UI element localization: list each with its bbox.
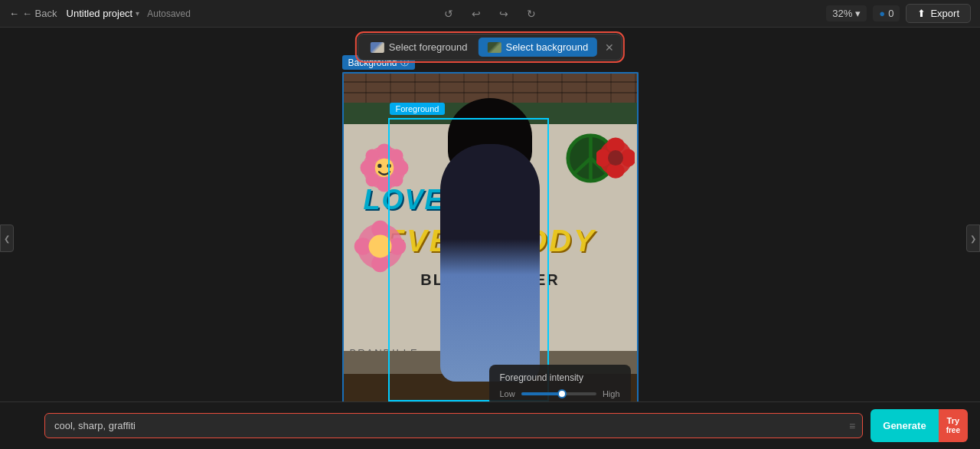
left-chevron-icon: ❮: [4, 234, 10, 243]
select-background-button[interactable]: Select background: [478, 38, 597, 57]
generate-label: Generate: [883, 420, 926, 431]
intensity-low-label: Low: [500, 389, 515, 398]
canvas-area: ❮ Background ⓘ LOVE EVERYBODY BLACK MA: [0, 28, 980, 449]
select-foreground-label: Select foreground: [389, 41, 468, 53]
intensity-slider-thumb[interactable]: [557, 389, 567, 398]
export-icon: ⬆: [917, 8, 926, 19]
back-label: ← Back: [22, 8, 57, 19]
generate-button-group: Generate Try free: [871, 409, 968, 442]
project-name-text: Untitled project: [67, 8, 133, 19]
close-icon: ✕: [605, 41, 614, 54]
prompt-input[interactable]: [44, 413, 863, 438]
prompt-settings-icon[interactable]: ≡: [849, 420, 855, 432]
top-bar-right: 32% ▾ ● 0 ⬆ Export: [826, 4, 971, 23]
intensity-title: Foreground intensity: [500, 372, 620, 383]
intensity-panel: Foreground intensity Low High: [489, 365, 631, 406]
top-bar-center-controls: ↺ ↩ ↪ ↻: [438, 3, 542, 25]
intensity-slider-fill: [521, 392, 559, 395]
export-label: Export: [930, 8, 959, 19]
undo-button[interactable]: ↩: [466, 3, 487, 25]
svg-point-8: [365, 173, 379, 187]
try-free-button[interactable]: Try free: [939, 409, 968, 442]
top-bar: ← ← Back Untitled project ▾ Autosaved ↺ …: [0, 0, 980, 28]
generate-button[interactable]: Generate: [871, 409, 938, 442]
select-foreground-button[interactable]: Select foreground: [361, 38, 477, 57]
free-label: free: [946, 426, 960, 435]
project-chevron-icon: ▾: [136, 9, 139, 18]
select-background-label: Select background: [505, 41, 588, 53]
prompt-wrapper: ≡: [44, 413, 863, 438]
person-subject: [440, 144, 540, 382]
pink-flower-bottom-decoration: [351, 218, 409, 275]
back-button[interactable]: ← ← Back: [9, 8, 57, 19]
right-chevron-icon: ❯: [970, 234, 976, 243]
project-name[interactable]: Untitled project ▾: [67, 8, 140, 19]
background-icon: [487, 42, 501, 53]
svg-point-6: [365, 149, 379, 163]
export-button[interactable]: ⬆ Export: [906, 4, 971, 23]
redo-button[interactable]: ↪: [493, 3, 514, 25]
zoom-chevron-icon: ▾: [855, 8, 861, 19]
svg-point-29: [368, 235, 391, 258]
right-panel-toggle[interactable]: ❯: [966, 224, 980, 252]
toolbar-close-button[interactable]: ✕: [600, 38, 619, 57]
intensity-slider[interactable]: [521, 392, 596, 395]
foreground-icon: [371, 42, 384, 53]
history-icon[interactable]: ↺: [438, 3, 459, 25]
autosaved-label: Autosaved: [147, 8, 191, 19]
zoom-level: 32%: [832, 8, 852, 19]
svg-point-23: [608, 150, 623, 166]
selection-toolbar: Select foreground Select background ✕: [358, 34, 622, 61]
intensity-high-label: High: [603, 389, 620, 398]
zoom-control[interactable]: 32% ▾: [826, 5, 867, 21]
person-body: [440, 144, 540, 382]
refresh-button[interactable]: ↻: [521, 3, 542, 25]
user-badge[interactable]: ● 0: [873, 5, 900, 21]
bottom-bar: ≡ Generate Try free: [0, 401, 980, 449]
left-panel-toggle[interactable]: ❮: [0, 224, 14, 252]
svg-point-12: [387, 164, 390, 168]
pink-flower-left-decoration: [358, 141, 411, 195]
try-label: Try: [947, 416, 960, 426]
intensity-slider-row: Low High: [500, 389, 620, 398]
svg-point-7: [390, 149, 403, 163]
red-flower-decoration: [596, 137, 635, 179]
svg-point-11: [377, 164, 381, 168]
back-arrow-icon: ←: [9, 8, 19, 19]
svg-point-9: [390, 173, 403, 187]
user-avatar-icon: ●: [879, 8, 885, 19]
user-count: 0: [888, 8, 893, 19]
image-container: Background ⓘ LOVE EVERYBODY BLACK MATTER…: [342, 72, 639, 420]
